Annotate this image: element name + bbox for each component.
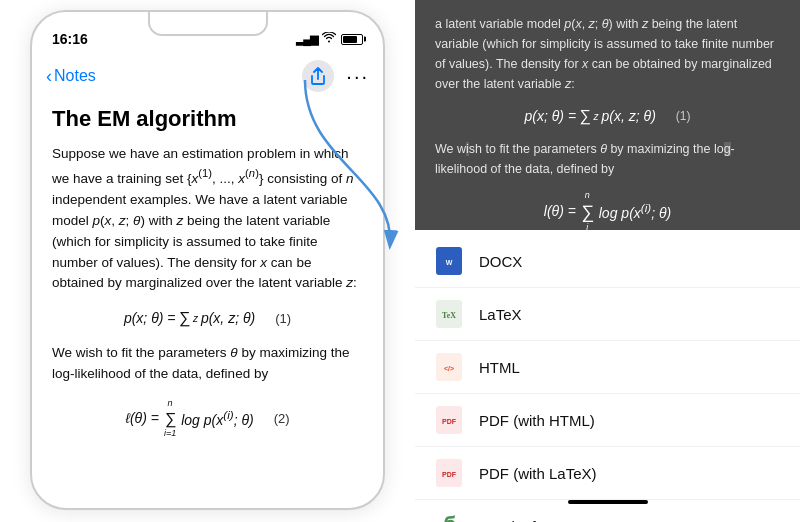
preview-eq1: p(x; θ) = ∑ z p(x, z; θ) (1) bbox=[435, 104, 780, 129]
battery-icon bbox=[341, 34, 363, 45]
html-icon: </> bbox=[435, 353, 463, 381]
preview-eq2: l(θ) = n ∑ i log p(x(i); θ) bbox=[435, 189, 780, 235]
svg-text:</>: </> bbox=[444, 365, 454, 372]
equation-2: ℓ(θ) = n ∑ i=1 log p(x(i); θ) (2) bbox=[52, 397, 363, 441]
wifi-icon bbox=[322, 32, 336, 46]
preview-eq1-number: (1) bbox=[676, 107, 691, 126]
doc-body: Suppose we have an estimation problem in… bbox=[52, 144, 363, 440]
status-icons: ▂▄▆ bbox=[296, 32, 363, 46]
preview-text-1: a latent variable model p(x, z; θ) with … bbox=[435, 14, 780, 94]
doc-preview: a latent variable model p(x, z; θ) with … bbox=[415, 0, 800, 230]
overleaf-label: Overleaf bbox=[479, 518, 536, 523]
back-button[interactable]: ‹ Notes bbox=[46, 67, 96, 85]
eq2-content: ℓ(θ) = n ∑ i=1 log p(x(i); θ) bbox=[125, 397, 253, 441]
eq2-number: (2) bbox=[274, 409, 290, 429]
status-time: 16:16 bbox=[52, 31, 88, 47]
paragraph-1: Suppose we have an estimation problem in… bbox=[52, 144, 363, 294]
overleaf-icon: ϭ bbox=[435, 512, 463, 522]
export-item-pdf-latex[interactable]: PDF PDF (with LaTeX) bbox=[415, 447, 800, 500]
docx-label: DOCX bbox=[479, 253, 522, 270]
pdf-latex-icon: PDF bbox=[435, 459, 463, 487]
phone-content: 16:16 ▂▄▆ bbox=[32, 12, 383, 508]
export-item-latex[interactable]: TeX LaTeX bbox=[415, 288, 800, 341]
back-label: Notes bbox=[54, 67, 96, 85]
pdf-html-icon: PDF bbox=[435, 406, 463, 434]
eq1-number: (1) bbox=[275, 309, 291, 329]
eq1-content: p(x; θ) = ∑ z p(x, z; θ) bbox=[124, 306, 255, 331]
export-item-html[interactable]: </> HTML bbox=[415, 341, 800, 394]
phone-notch bbox=[148, 12, 268, 36]
more-button[interactable]: ··· bbox=[346, 65, 369, 88]
right-panel: a latent variable model p(x, z; θ) with … bbox=[415, 0, 800, 522]
doc-content: The EM algorithm Suppose we have an esti… bbox=[32, 96, 383, 508]
export-item-pdf-html[interactable]: PDF PDF (with HTML) bbox=[415, 394, 800, 447]
export-menu: W DOCX TeX LaTeX </> HTML bbox=[415, 235, 800, 522]
paragraph-2: We wish to fit the parameters θ by maxim… bbox=[52, 343, 363, 385]
bottom-indicator bbox=[568, 500, 648, 504]
nav-actions: ··· bbox=[302, 60, 369, 92]
doc-title: The EM algorithm bbox=[52, 106, 363, 132]
latex-icon: TeX bbox=[435, 300, 463, 328]
svg-text:PDF: PDF bbox=[442, 418, 457, 425]
docx-icon: W bbox=[435, 247, 463, 275]
pdf-latex-label: PDF (with LaTeX) bbox=[479, 465, 597, 482]
back-chevron-icon: ‹ bbox=[46, 67, 52, 85]
svg-text:PDF: PDF bbox=[442, 471, 457, 478]
equation-1: p(x; θ) = ∑ z p(x, z; θ) (1) bbox=[52, 306, 363, 331]
html-label: HTML bbox=[479, 359, 520, 376]
preview-text-2: We wish to fit the parameters θ by maxim… bbox=[435, 139, 780, 179]
signal-icon: ▂▄▆ bbox=[296, 33, 317, 46]
pdf-html-label: PDF (with HTML) bbox=[479, 412, 595, 429]
phone-frame: 16:16 ▂▄▆ bbox=[30, 10, 385, 510]
svg-text:W: W bbox=[446, 259, 453, 266]
svg-text:TeX: TeX bbox=[442, 311, 456, 320]
latex-label: LaTeX bbox=[479, 306, 522, 323]
phone-mockup: 16:16 ▂▄▆ bbox=[0, 0, 415, 522]
nav-bar: ‹ Notes ··· bbox=[32, 56, 383, 96]
export-item-docx[interactable]: W DOCX bbox=[415, 235, 800, 288]
share-button[interactable] bbox=[302, 60, 334, 92]
